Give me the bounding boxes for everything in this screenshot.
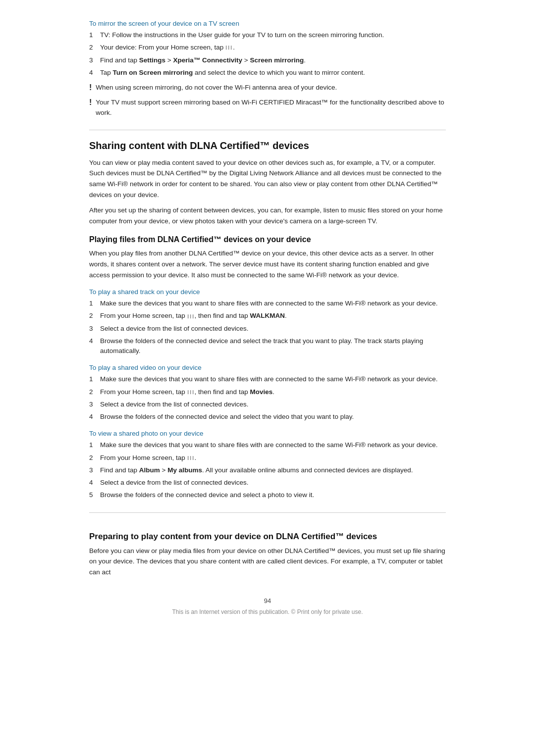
list-item: 4 Select a device from the list of conne… (89, 478, 446, 488)
track-link: To play a shared track on your device (89, 288, 446, 296)
list-item: 1 Make sure the devices that you want to… (89, 440, 446, 450)
page-number: 94 (89, 597, 446, 605)
page: To mirror the screen of your device on a… (79, 0, 456, 756)
mirror-link: To mirror the screen of your device on a… (89, 20, 446, 27)
apps-icon: ⁞⁞⁞ (187, 312, 195, 321)
warning-1: ! When using screen mirroring, do not co… (89, 83, 446, 93)
list-item: 2 From your Home screen, tap ⁞⁞⁞, then f… (89, 311, 446, 321)
photo-steps-list: 1 Make sure the devices that you want to… (89, 440, 446, 500)
mirror-section: To mirror the screen of your device on a… (89, 20, 446, 118)
photo-subsection: To view a shared photo on your device 1 … (89, 430, 446, 500)
footer-note: This is an Internet version of this publ… (89, 608, 446, 615)
playing-files-para: When you play files from another DLNA Ce… (89, 248, 446, 280)
video-subsection: To play a shared video on your device 1 … (89, 364, 446, 422)
list-item: 4 Browse the folders of the connected de… (89, 412, 446, 422)
warning-icon-1: ! (89, 83, 92, 92)
list-item: 3 Select a device from the list of conne… (89, 400, 446, 409)
list-item: 4 Tap Turn on Screen mirroring and selec… (89, 68, 446, 78)
track-steps-list: 1 Make sure the devices that you want to… (89, 299, 446, 356)
dlna-para-1: You can view or play media content saved… (89, 157, 446, 200)
dlna-section: Sharing content with DLNA Certified™ dev… (89, 130, 446, 578)
apps-icon: ⁞⁞⁞ (225, 44, 233, 52)
apps-icon: ⁞⁞⁞ (187, 454, 195, 462)
preparing-section: Preparing to play content from your devi… (89, 512, 446, 578)
warning-text-1: When using screen mirroring, do not cove… (96, 83, 337, 93)
warning-2: ! Your TV must support screen mirroring … (89, 98, 446, 118)
mirror-steps-list: 1 TV: Follow the instructions in the Use… (89, 30, 446, 78)
track-subsection: To play a shared track on your device 1 … (89, 288, 446, 356)
list-item: 3 Select a device from the list of conne… (89, 324, 446, 334)
list-item: 5 Browse the folders of the connected de… (89, 490, 446, 500)
apps-icon: ⁞⁞⁞ (187, 388, 195, 397)
warning-text-2: Your TV must support screen mirroring ba… (96, 98, 446, 118)
dlna-section-title: Sharing content with DLNA Certified™ dev… (89, 140, 446, 151)
list-item: 3 Find and tap Album > My albums. All yo… (89, 465, 446, 475)
preparing-para: Before you can view or play media files … (89, 546, 446, 578)
list-item: 2 Your device: From your Home screen, ta… (89, 43, 446, 52)
playing-files-section: Playing files from DLNA Certified™ devic… (89, 235, 446, 500)
list-item: 3 Find and tap Settings > Xperia™ Connec… (89, 55, 446, 65)
list-item: 2 From your Home screen, tap ⁞⁞⁞, then f… (89, 387, 446, 397)
preparing-title: Preparing to play content from your devi… (89, 532, 446, 542)
list-item: 1 Make sure the devices that you want to… (89, 299, 446, 308)
list-item: 4 Browse the folders of the connected de… (89, 336, 446, 356)
list-item: 1 TV: Follow the instructions in the Use… (89, 30, 446, 40)
playing-files-title: Playing files from DLNA Certified™ devic… (89, 235, 446, 244)
list-item: 2 From your Home screen, tap ⁞⁞⁞. (89, 453, 446, 463)
warning-icon-2: ! (89, 98, 92, 107)
video-link: To play a shared video on your device (89, 364, 446, 371)
photo-link: To view a shared photo on your device (89, 430, 446, 437)
dlna-para-2: After you set up the sharing of content … (89, 205, 446, 226)
video-steps-list: 1 Make sure the devices that you want to… (89, 374, 446, 422)
list-item: 1 Make sure the devices that you want to… (89, 374, 446, 384)
